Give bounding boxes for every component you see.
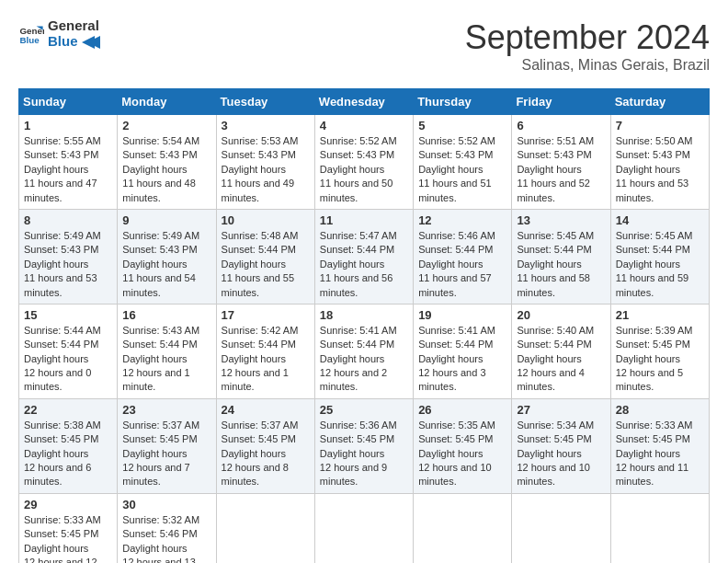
- day-info: Sunrise: 5:40 AMSunset: 5:44 PMDaylight …: [517, 324, 605, 395]
- day-number: 29: [24, 498, 112, 511]
- day-cell: 4Sunrise: 5:52 AMSunset: 5:43 PMDaylight…: [314, 115, 413, 210]
- day-cell: 6Sunrise: 5:51 AMSunset: 5:43 PMDaylight…: [512, 115, 610, 210]
- day-info: Sunrise: 5:32 AMSunset: 5:46 PMDaylight …: [122, 513, 210, 563]
- day-cell: 20Sunrise: 5:40 AMSunset: 5:44 PMDayligh…: [512, 304, 610, 398]
- day-cell: [314, 493, 413, 563]
- week-row-2: 8Sunrise: 5:49 AMSunset: 5:43 PMDaylight…: [19, 209, 710, 304]
- calendar-table: SundayMondayTuesdayWednesdayThursdayFrid…: [18, 88, 710, 563]
- logo-arrow-icon: [82, 36, 100, 49]
- day-info: Sunrise: 5:46 AMSunset: 5:44 PMDaylight …: [418, 229, 506, 300]
- day-cell: 19Sunrise: 5:41 AMSunset: 5:44 PMDayligh…: [414, 304, 512, 398]
- day-cell: 16Sunrise: 5:43 AMSunset: 5:44 PMDayligh…: [118, 304, 216, 398]
- day-cell: [216, 493, 314, 563]
- logo-line1: General: [48, 18, 100, 34]
- day-info: Sunrise: 5:33 AMSunset: 5:45 PMDaylight …: [616, 419, 704, 489]
- day-info: Sunrise: 5:54 AMSunset: 5:43 PMDaylight …: [122, 134, 210, 205]
- day-number: 12: [418, 213, 506, 227]
- day-cell: [512, 493, 610, 563]
- day-cell: 15Sunrise: 5:44 AMSunset: 5:44 PMDayligh…: [19, 304, 118, 398]
- day-info: Sunrise: 5:51 AMSunset: 5:43 PMDaylight …: [517, 134, 605, 205]
- day-info: Sunrise: 5:36 AMSunset: 5:45 PMDaylight …: [320, 419, 408, 489]
- day-number: 27: [517, 403, 605, 417]
- header: General Blue General Blue September 2024…: [18, 18, 710, 74]
- day-number: 15: [24, 308, 112, 322]
- day-number: 8: [24, 213, 112, 227]
- weekday-header-thursday: Thursday: [414, 89, 512, 115]
- calendar-body: 1Sunrise: 5:55 AMSunset: 5:43 PMDaylight…: [19, 115, 710, 564]
- day-cell: 8Sunrise: 5:49 AMSunset: 5:43 PMDaylight…: [19, 209, 118, 304]
- location-title: Salinas, Minas Gerais, Brazil: [465, 57, 710, 74]
- day-number: 7: [616, 119, 704, 132]
- day-info: Sunrise: 5:41 AMSunset: 5:44 PMDaylight …: [320, 324, 408, 395]
- day-cell: [610, 493, 709, 563]
- week-row-3: 15Sunrise: 5:44 AMSunset: 5:44 PMDayligh…: [19, 304, 710, 398]
- day-number: 23: [122, 403, 210, 417]
- day-cell: 10Sunrise: 5:48 AMSunset: 5:44 PMDayligh…: [216, 209, 314, 304]
- day-cell: 11Sunrise: 5:47 AMSunset: 5:44 PMDayligh…: [314, 209, 413, 304]
- day-info: Sunrise: 5:45 AMSunset: 5:44 PMDaylight …: [616, 229, 704, 300]
- day-number: 26: [418, 403, 506, 417]
- day-cell: 7Sunrise: 5:50 AMSunset: 5:43 PMDaylight…: [610, 115, 709, 210]
- day-number: 24: [222, 403, 310, 417]
- title-area: September 2024 Salinas, Minas Gerais, Br…: [465, 18, 710, 74]
- day-number: 4: [320, 119, 408, 132]
- day-info: Sunrise: 5:37 AMSunset: 5:45 PMDaylight …: [222, 419, 310, 489]
- weekday-header-friday: Friday: [512, 89, 610, 115]
- day-info: Sunrise: 5:38 AMSunset: 5:45 PMDaylight …: [24, 419, 112, 489]
- day-cell: 21Sunrise: 5:39 AMSunset: 5:45 PMDayligh…: [610, 304, 709, 398]
- day-info: Sunrise: 5:33 AMSunset: 5:45 PMDaylight …: [24, 513, 112, 563]
- day-number: 11: [320, 213, 408, 227]
- day-cell: 17Sunrise: 5:42 AMSunset: 5:44 PMDayligh…: [216, 304, 314, 398]
- day-info: Sunrise: 5:52 AMSunset: 5:43 PMDaylight …: [320, 134, 408, 205]
- day-info: Sunrise: 5:45 AMSunset: 5:44 PMDaylight …: [517, 229, 605, 300]
- day-info: Sunrise: 5:39 AMSunset: 5:45 PMDaylight …: [616, 324, 704, 395]
- day-cell: 14Sunrise: 5:45 AMSunset: 5:44 PMDayligh…: [610, 209, 709, 304]
- day-info: Sunrise: 5:52 AMSunset: 5:43 PMDaylight …: [418, 134, 506, 205]
- week-row-1: 1Sunrise: 5:55 AMSunset: 5:43 PMDaylight…: [19, 115, 710, 210]
- day-number: 6: [517, 119, 605, 132]
- day-number: 20: [517, 308, 605, 322]
- day-number: 5: [418, 119, 506, 132]
- day-info: Sunrise: 5:50 AMSunset: 5:43 PMDaylight …: [616, 134, 704, 205]
- weekday-header-tuesday: Tuesday: [216, 89, 314, 115]
- day-cell: 26Sunrise: 5:35 AMSunset: 5:45 PMDayligh…: [414, 398, 512, 493]
- day-info: Sunrise: 5:55 AMSunset: 5:43 PMDaylight …: [24, 134, 112, 205]
- day-info: Sunrise: 5:48 AMSunset: 5:44 PMDaylight …: [222, 229, 310, 300]
- week-row-4: 22Sunrise: 5:38 AMSunset: 5:45 PMDayligh…: [19, 398, 710, 493]
- day-cell: 23Sunrise: 5:37 AMSunset: 5:45 PMDayligh…: [118, 398, 216, 493]
- day-cell: 24Sunrise: 5:37 AMSunset: 5:45 PMDayligh…: [216, 398, 314, 493]
- day-info: Sunrise: 5:53 AMSunset: 5:43 PMDaylight …: [222, 134, 310, 205]
- weekday-header-wednesday: Wednesday: [314, 89, 413, 115]
- weekday-header-sunday: Sunday: [19, 89, 118, 115]
- day-cell: 27Sunrise: 5:34 AMSunset: 5:45 PMDayligh…: [512, 398, 610, 493]
- day-cell: 2Sunrise: 5:54 AMSunset: 5:43 PMDaylight…: [118, 115, 216, 210]
- day-number: 19: [418, 308, 506, 322]
- week-row-5: 29Sunrise: 5:33 AMSunset: 5:45 PMDayligh…: [19, 493, 710, 563]
- logo-icon: General Blue: [18, 21, 44, 47]
- day-number: 28: [616, 403, 704, 417]
- day-cell: 3Sunrise: 5:53 AMSunset: 5:43 PMDaylight…: [216, 115, 314, 210]
- day-number: 3: [222, 119, 310, 132]
- day-number: 18: [320, 308, 408, 322]
- day-cell: 28Sunrise: 5:33 AMSunset: 5:45 PMDayligh…: [610, 398, 709, 493]
- day-number: 14: [616, 213, 704, 227]
- day-number: 30: [122, 498, 210, 511]
- day-cell: 22Sunrise: 5:38 AMSunset: 5:45 PMDayligh…: [19, 398, 118, 493]
- day-info: Sunrise: 5:35 AMSunset: 5:45 PMDaylight …: [418, 419, 506, 489]
- day-number: 13: [517, 213, 605, 227]
- weekday-header-saturday: Saturday: [610, 89, 709, 115]
- day-number: 16: [122, 308, 210, 322]
- day-cell: 5Sunrise: 5:52 AMSunset: 5:43 PMDaylight…: [414, 115, 512, 210]
- day-info: Sunrise: 5:49 AMSunset: 5:43 PMDaylight …: [24, 229, 112, 300]
- day-number: 17: [222, 308, 310, 322]
- day-number: 25: [320, 403, 408, 417]
- day-number: 22: [24, 403, 112, 417]
- day-number: 21: [616, 308, 704, 322]
- day-number: 9: [122, 213, 210, 227]
- day-info: Sunrise: 5:42 AMSunset: 5:44 PMDaylight …: [222, 324, 310, 395]
- day-cell: 12Sunrise: 5:46 AMSunset: 5:44 PMDayligh…: [414, 209, 512, 304]
- day-cell: [414, 493, 512, 563]
- day-info: Sunrise: 5:43 AMSunset: 5:44 PMDaylight …: [122, 324, 210, 395]
- day-cell: 9Sunrise: 5:49 AMSunset: 5:43 PMDaylight…: [118, 209, 216, 304]
- day-cell: 25Sunrise: 5:36 AMSunset: 5:45 PMDayligh…: [314, 398, 413, 493]
